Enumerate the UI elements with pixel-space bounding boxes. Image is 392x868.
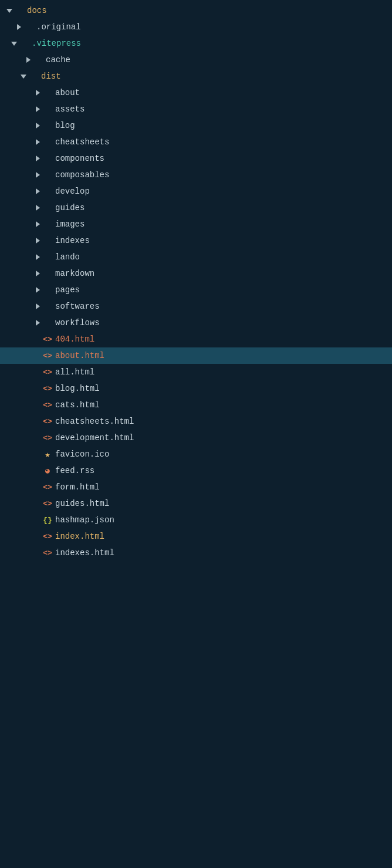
tree-item-indexeshtml[interactable]: <> indexes.html <box>0 545 392 561</box>
chevron-right-icon <box>33 318 42 327</box>
spacer <box>33 548 42 558</box>
spacer <box>33 532 42 541</box>
tree-item-guides-folder[interactable]: guides <box>0 200 392 216</box>
images-folder-label: images <box>55 219 387 229</box>
tree-item-formhtml[interactable]: <> form.html <box>0 479 392 495</box>
html-file-icon: <> <box>42 383 53 394</box>
assets-folder-label: assets <box>55 104 387 114</box>
hashmapjson-label: hashmap.json <box>55 515 387 525</box>
folder-icon <box>42 104 53 114</box>
chevron-right-icon <box>33 137 42 147</box>
chevron-right-icon <box>33 219 42 229</box>
pages-folder-label: pages <box>55 285 387 295</box>
bloghtml-label: blog.html <box>55 384 387 393</box>
composables-folder-label: composables <box>55 170 387 180</box>
tree-item-softwares-folder[interactable]: softwares <box>0 298 392 315</box>
tree-item-feedrss[interactable]: ◕ feed.rss <box>0 462 392 479</box>
develop-folder-label: develop <box>55 187 387 196</box>
chevron-right-icon <box>33 170 42 180</box>
folder-icon <box>42 137 53 147</box>
tree-item-assets-folder[interactable]: assets <box>0 101 392 117</box>
tree-item-components-folder[interactable]: components <box>0 150 392 167</box>
tree-item-about-folder[interactable]: about <box>0 85 392 101</box>
chevron-right-icon <box>33 285 42 295</box>
chevron-right-icon <box>33 236 42 245</box>
workflows-folder-label: workflows <box>55 318 387 327</box>
tree-item-vitepress[interactable]: .vitepress <box>0 35 392 52</box>
folder-icon <box>42 87 53 98</box>
folder-icon <box>19 38 29 49</box>
html-file-icon: <> <box>42 367 53 377</box>
softwares-folder-label: softwares <box>55 302 387 311</box>
html-file-icon: <> <box>42 400 53 410</box>
feedrss-label: feed.rss <box>55 466 387 475</box>
chevron-down-icon <box>9 39 19 48</box>
spacer <box>33 433 42 443</box>
tree-item-indexhtml[interactable]: <> index.html <box>0 528 392 545</box>
original-label: .original <box>36 22 387 32</box>
dist-label: dist <box>41 72 387 81</box>
chevron-right-icon <box>33 88 42 97</box>
chevron-down-icon <box>19 72 28 81</box>
tree-item-bloghtml[interactable]: <> blog.html <box>0 380 392 397</box>
tree-item-allhtml[interactable]: <> all.html <box>0 364 392 380</box>
tree-item-guideshtml[interactable]: <> guides.html <box>0 495 392 512</box>
tree-item-cheatsheets-folder[interactable]: cheatsheets <box>0 134 392 150</box>
spacer <box>33 335 42 344</box>
guideshtml-label: guides.html <box>55 499 387 508</box>
tree-item-workflows-folder[interactable]: workflows <box>0 315 392 331</box>
about-folder-label: about <box>55 88 387 97</box>
folder-icon <box>28 71 39 82</box>
tree-item-hashmapjson[interactable]: {} hashmap.json <box>0 512 392 528</box>
folder-icon <box>23 22 34 32</box>
lando-folder-label: lando <box>55 252 387 262</box>
chevron-right-icon <box>23 55 33 65</box>
tree-item-docs[interactable]: docs <box>0 2 392 19</box>
star-file-icon: ★ <box>42 449 53 460</box>
chevron-right-icon <box>33 252 42 262</box>
tree-item-images-folder[interactable]: images <box>0 216 392 232</box>
tree-item-develop-folder[interactable]: develop <box>0 183 392 200</box>
spacer <box>33 400 42 410</box>
tree-item-lando-folder[interactable]: lando <box>0 249 392 265</box>
tree-item-indexes-folder[interactable]: indexes <box>0 232 392 249</box>
tree-item-cache[interactable]: cache <box>0 52 392 68</box>
faviconio-label: favicon.ico <box>55 450 387 459</box>
tree-item-faviconio[interactable]: ★ favicon.ico <box>0 446 392 462</box>
tree-item-developmenthtml[interactable]: <> development.html <box>0 430 392 446</box>
folder-icon <box>33 55 43 65</box>
tree-item-404html[interactable]: <> 404.html <box>0 331 392 347</box>
folder-icon <box>42 120 53 131</box>
chevron-right-icon <box>33 104 42 114</box>
cache-label: cache <box>46 55 387 65</box>
chevron-right-icon <box>33 187 42 196</box>
folder-icon <box>42 252 53 262</box>
html-file-icon: <> <box>42 433 53 443</box>
spacer <box>33 499 42 508</box>
spacer <box>33 384 42 393</box>
folder-icon <box>42 318 53 328</box>
404html-label: 404.html <box>55 335 387 344</box>
folder-icon <box>42 285 53 295</box>
folder-icon <box>42 235 53 246</box>
tree-item-composables-folder[interactable]: composables <box>0 167 392 183</box>
rss-file-icon: ◕ <box>42 465 53 476</box>
folder-icon <box>42 186 53 197</box>
tree-item-pages-folder[interactable]: pages <box>0 282 392 298</box>
components-folder-label: components <box>55 154 387 163</box>
chevron-down-icon <box>5 6 14 15</box>
cheatsheets-folder-label: cheatsheets <box>55 137 387 147</box>
chevron-right-icon <box>33 203 42 212</box>
file-explorer: docs .original .vitepress cache dist <box>0 0 392 563</box>
tree-item-markdown-folder[interactable]: markdown <box>0 265 392 282</box>
tree-item-original[interactable]: .original <box>0 19 392 35</box>
tree-item-abouthtml[interactable]: <> about.html <box>0 347 392 364</box>
spacer <box>33 466 42 475</box>
tree-item-catshtml[interactable]: <> cats.html <box>0 397 392 413</box>
tree-item-cheatsheetshtml[interactable]: <> cheatsheets.html <box>0 413 392 430</box>
html-file-icon: <> <box>42 531 53 542</box>
catshtml-label: cats.html <box>55 400 387 410</box>
tree-item-blog-folder[interactable]: blog <box>0 117 392 134</box>
html-file-icon: <> <box>42 548 53 558</box>
tree-item-dist[interactable]: dist <box>0 68 392 85</box>
